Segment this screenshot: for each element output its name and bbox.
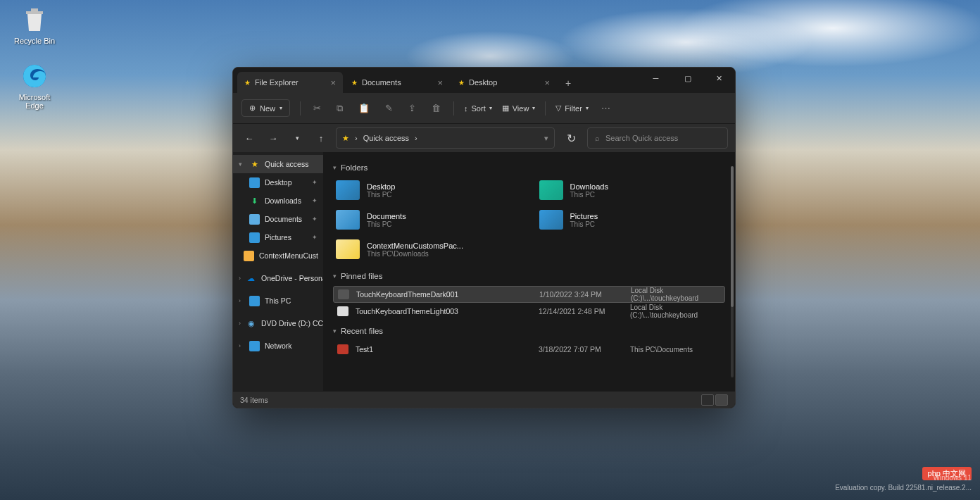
- window-controls: ─ ▢ ✕: [640, 68, 735, 89]
- sidebar-item-pictures[interactable]: Pictures ✦: [233, 228, 323, 246]
- maximize-button[interactable]: ▢: [672, 68, 703, 89]
- desktop-icon-edge[interactable]: Microsoft Edge: [10, 62, 59, 110]
- sidebar-item-network[interactable]: › Network: [233, 337, 323, 355]
- folder-icon: [244, 251, 254, 261]
- folder-desktop[interactable]: DesktopThis PC: [333, 177, 522, 203]
- sidebar-item-label: Quick access: [265, 160, 308, 168]
- folder-pictures[interactable]: PicturesThis PC: [536, 207, 726, 232]
- search-input[interactable]: ⌕ Search Quick access: [587, 127, 728, 149]
- separator: [300, 101, 301, 115]
- search-icon: ⌕: [595, 134, 600, 142]
- sidebar-item-label: Downloads: [265, 196, 301, 205]
- details-view-button[interactable]: [701, 394, 714, 406]
- view-toggle: [701, 394, 728, 406]
- more-icon[interactable]: ⋯: [598, 100, 613, 116]
- watermark-line2: Evaluation copy. Build 22581.ni_release.…: [835, 483, 972, 493]
- cut-icon[interactable]: ✂: [310, 100, 324, 116]
- minimize-button[interactable]: ─: [640, 68, 672, 89]
- desktop-icon-recycle-bin[interactable]: Recycle Bin: [10, 6, 59, 45]
- close-button[interactable]: ✕: [703, 68, 735, 89]
- chevron-down-icon[interactable]: ▾: [544, 134, 548, 143]
- copy-icon[interactable]: ⧉: [334, 100, 346, 117]
- scrollbar[interactable]: [731, 166, 734, 377]
- close-tab-icon[interactable]: ×: [330, 77, 336, 88]
- window-body: ▾ ★ Quick access Desktop ✦ ⬇ Downloads ✦: [233, 152, 735, 391]
- sort-label: Sort: [472, 104, 486, 113]
- pictures-folder-icon: [539, 210, 563, 230]
- folder-documents[interactable]: DocumentsThis PC: [333, 207, 522, 232]
- view-button[interactable]: ▦ View ▾: [502, 104, 536, 113]
- back-button[interactable]: ←: [240, 129, 258, 147]
- tiles-view-button[interactable]: [715, 394, 728, 406]
- tab-label: File Explorer: [255, 78, 299, 87]
- folder-contextmenu[interactable]: ContextMenuCustomsPac...This PC\Download…: [333, 237, 522, 262]
- star-icon: ★: [458, 79, 465, 87]
- tab-file-explorer[interactable]: ★ File Explorer ×: [237, 72, 343, 93]
- file-icon: [337, 306, 348, 316]
- sidebar-item-dvd[interactable]: › ◉ DVD Drive (D:) CCO: [233, 314, 323, 332]
- delete-icon[interactable]: 🗑: [429, 100, 444, 116]
- scrollbar-thumb[interactable]: [731, 166, 734, 307]
- new-tab-button[interactable]: +: [558, 73, 578, 93]
- chevron-right-icon: ›: [239, 342, 244, 349]
- refresh-button[interactable]: ↻: [560, 127, 582, 149]
- sidebar-item-downloads[interactable]: ⬇ Downloads ✦: [233, 192, 323, 210]
- tab-label: Desktop: [469, 78, 497, 87]
- sidebar-item-desktop[interactable]: Desktop ✦: [233, 173, 323, 192]
- folder-downloads[interactable]: DownloadsThis PC: [536, 177, 726, 203]
- close-tab-icon[interactable]: ×: [437, 77, 443, 88]
- paste-icon[interactable]: 📋: [356, 100, 372, 116]
- desktop-icon-label: Recycle Bin: [14, 37, 55, 45]
- chevron-down-icon: ▾: [532, 105, 535, 111]
- up-button[interactable]: ↑: [312, 129, 330, 147]
- watermark: Windows 11 Evaluation copy. Build 22581.…: [835, 473, 972, 493]
- file-row[interactable]: TouchKeyboardThemeLight003 12/14/2021 2:…: [333, 303, 725, 320]
- separator: [545, 101, 546, 115]
- star-icon: ★: [244, 79, 251, 87]
- file-row[interactable]: Test1 3/18/2022 7:07 PM This PC\Document…: [333, 341, 725, 358]
- sidebar-item-contextmenu[interactable]: ContextMenuCust: [233, 246, 323, 265]
- chevron-down-icon: ▾: [333, 273, 337, 280]
- section-title: Folders: [341, 163, 367, 172]
- sidebar-item-label: OneDrive - Personal: [261, 274, 323, 282]
- search-placeholder: Search Quick access: [605, 134, 678, 142]
- chevron-down-icon: ▾: [239, 161, 244, 168]
- nav-bar: ← → ▾ ↑ ★ › Quick access › ▾ ↻ ⌕ Search …: [233, 124, 735, 152]
- status-bar: 34 items: [233, 391, 735, 408]
- filter-button[interactable]: ▽ Filter ▾: [555, 104, 588, 113]
- tab-desktop[interactable]: ★ Desktop ×: [451, 72, 557, 93]
- section-folders-header[interactable]: ▾ Folders: [333, 163, 725, 172]
- watermark-line1: Windows 11: [835, 473, 972, 483]
- filter-label: Filter: [565, 104, 582, 113]
- pin-icon: ✦: [312, 197, 318, 204]
- share-icon[interactable]: ⇪: [406, 100, 419, 116]
- sidebar-item-quick-access[interactable]: ▾ ★ Quick access: [233, 155, 323, 173]
- chevron-down-icon: ▾: [333, 327, 337, 335]
- sidebar-item-thispc[interactable]: › This PC: [233, 292, 323, 310]
- tab-label: Documents: [362, 78, 401, 87]
- tab-documents[interactable]: ★ Documents ×: [344, 72, 450, 93]
- downloads-folder-icon: [539, 180, 563, 200]
- address-bar[interactable]: ★ › Quick access › ▾: [336, 127, 555, 149]
- section-title: Pinned files: [341, 272, 382, 280]
- new-button[interactable]: ⊕ New ▾: [241, 99, 290, 117]
- sort-button[interactable]: ↕ Sort ▾: [464, 104, 492, 113]
- sidebar-item-label: Pictures: [265, 233, 291, 242]
- forward-button[interactable]: →: [264, 129, 282, 147]
- chevron-down-icon: ▾: [333, 164, 337, 171]
- desktop-icon-label: Microsoft Edge: [10, 93, 59, 110]
- section-recent-header[interactable]: ▾ Recent files: [333, 327, 725, 335]
- close-tab-icon[interactable]: ×: [544, 77, 550, 88]
- rename-icon[interactable]: ✎: [382, 100, 396, 116]
- chevron-right-icon: ›: [239, 320, 241, 327]
- sort-icon: ↕: [464, 104, 468, 113]
- sidebar-item-documents[interactable]: Documents ✦: [233, 210, 323, 228]
- recent-chevron-icon[interactable]: ▾: [288, 129, 306, 147]
- sidebar-item-label: Documents: [265, 215, 302, 223]
- section-pinned-header[interactable]: ▾ Pinned files: [333, 272, 725, 280]
- sidebar-item-onedrive[interactable]: › ☁ OneDrive - Personal: [233, 269, 323, 287]
- pin-icon: ✦: [312, 215, 318, 223]
- view-icon: ▦: [502, 104, 509, 113]
- file-row[interactable]: TouchKeyboardThemeDark001 1/10/2022 3:24…: [333, 286, 725, 303]
- breadcrumb-sep: ›: [355, 134, 358, 142]
